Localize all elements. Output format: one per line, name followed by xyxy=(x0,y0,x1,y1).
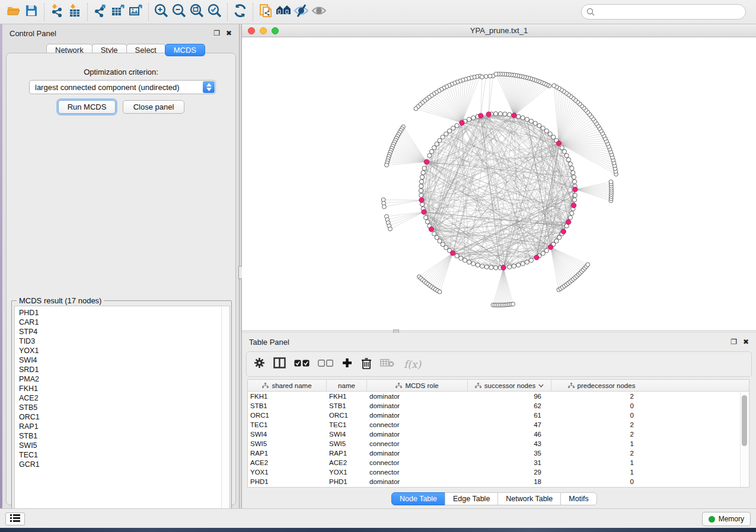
clone-network-button[interactable] xyxy=(257,3,275,21)
list-item[interactable]: PMA2 xyxy=(19,374,229,384)
delete-table-button-disabled xyxy=(380,358,394,370)
tab-motifs[interactable]: Motifs xyxy=(560,492,596,505)
list-item[interactable]: SRD1 xyxy=(19,365,229,374)
export-image-icon xyxy=(128,3,143,21)
list-item[interactable]: FKH1 xyxy=(19,384,229,393)
list-item[interactable]: STB1 xyxy=(19,431,229,441)
list-item[interactable]: TID3 xyxy=(19,336,229,346)
list-item[interactable]: PHD1 xyxy=(19,308,229,318)
network-view-window: YPA_prune.txt_1 xyxy=(242,24,756,330)
table-scrollbar[interactable] xyxy=(740,392,748,487)
table-row[interactable]: YOX1YOX1connector291 xyxy=(248,467,749,477)
float-panel-icon[interactable]: ❐ xyxy=(731,338,737,345)
tab-node-table[interactable]: Node Table xyxy=(391,492,445,505)
zoom-selected-button[interactable] xyxy=(206,3,224,21)
unselect-all-button[interactable] xyxy=(318,359,333,370)
list-item[interactable]: YOX1 xyxy=(19,346,229,355)
list-item[interactable]: ORC1 xyxy=(19,412,229,422)
refresh-button[interactable] xyxy=(231,3,249,21)
toolbar-separator xyxy=(44,3,44,21)
open-file-button[interactable] xyxy=(5,3,23,21)
table-panel: Table Panel ❐ ✖ f(x) shared name name MC… xyxy=(242,333,756,508)
list-scrollbar[interactable] xyxy=(221,307,229,518)
close-panel-icon[interactable]: ✖ xyxy=(226,30,232,37)
save-session-button[interactable] xyxy=(23,3,40,21)
mcds-tab-content: Optimization criterion: largest connecte… xyxy=(6,53,236,505)
tree-icon xyxy=(262,383,269,389)
table-toolbar: f(x) xyxy=(246,351,752,377)
optimization-criterion-select[interactable]: largest connected component (undirected) xyxy=(29,80,216,94)
hide-selected-button[interactable] xyxy=(292,3,310,21)
zoom-fit-button[interactable] xyxy=(188,3,206,21)
import-network-button[interactable] xyxy=(48,3,66,21)
list-item[interactable]: TEC1 xyxy=(19,450,229,460)
list-item[interactable]: RAP1 xyxy=(19,422,229,431)
list-item[interactable]: ACE2 xyxy=(19,393,229,403)
table-row[interactable]: ORC1ORC1dominator610 xyxy=(248,411,749,420)
list-item[interactable]: SWI4 xyxy=(19,355,229,365)
table-row[interactable]: FKH1FKH1dominator962 xyxy=(248,392,749,401)
export-table-button[interactable] xyxy=(109,3,127,21)
table-row[interactable]: ACE2ACE2connector311 xyxy=(248,458,749,467)
column-header-predecessor-nodes[interactable]: predecessor nodes xyxy=(551,380,652,391)
table-row[interactable]: PHD1PHD1dominator180 xyxy=(248,477,749,486)
tab-edge-table[interactable]: Edge Table xyxy=(445,492,498,505)
list-item[interactable]: STB5 xyxy=(19,403,229,412)
add-column-button[interactable] xyxy=(342,357,353,371)
list-item[interactable]: SWI5 xyxy=(19,441,229,450)
node-table: shared name name MCDS role successor nod… xyxy=(247,379,749,488)
plus-icon xyxy=(342,357,353,371)
tab-mcds[interactable]: MCDS xyxy=(165,44,205,56)
zoom-out-button[interactable] xyxy=(170,3,188,21)
column-header-name[interactable]: name xyxy=(327,380,367,391)
close-panel-button[interactable]: Close panel xyxy=(123,100,184,114)
memory-status-icon xyxy=(709,516,715,523)
eye-icon xyxy=(311,2,327,21)
list-item[interactable]: CAR1 xyxy=(19,318,229,327)
close-panel-icon[interactable]: ✖ xyxy=(743,338,749,345)
tab-network-table[interactable]: Network Table xyxy=(497,492,561,505)
first-neighbors-button[interactable] xyxy=(275,3,292,21)
network-canvas[interactable] xyxy=(242,37,756,329)
delete-column-button[interactable] xyxy=(361,357,372,371)
mcds-result-list[interactable]: PHD1 CAR1 STP4 TID3 YOX1 SWI4 SRD1 PMA2 … xyxy=(14,306,230,518)
scrollbar-thumb[interactable] xyxy=(742,395,747,446)
table-row[interactable]: STB1STB1dominator620 xyxy=(248,401,749,411)
show-all-button[interactable] xyxy=(310,3,328,21)
mcds-result-group: MCDS result (17 nodes) PHD1 CAR1 STP4 TI… xyxy=(11,300,232,521)
export-image-button[interactable] xyxy=(127,3,145,21)
network-window-titlebar[interactable]: YPA_prune.txt_1 xyxy=(242,24,756,37)
zoom-in-button[interactable] xyxy=(152,3,170,21)
column-header-shared-name[interactable]: shared name xyxy=(248,380,327,391)
list-item[interactable]: STP4 xyxy=(19,327,229,336)
search-input[interactable] xyxy=(581,4,746,20)
export-network-icon xyxy=(92,3,108,21)
desktop-wallpaper xyxy=(0,528,756,532)
table-row[interactable]: RAP1RAP1dominator352 xyxy=(248,448,749,458)
import-table-button[interactable] xyxy=(66,3,84,21)
run-mcds-button[interactable]: Run MCDS xyxy=(58,100,116,114)
list-item[interactable]: GCR1 xyxy=(19,460,229,469)
memory-button[interactable]: Memory xyxy=(702,512,751,526)
show-panels-button[interactable] xyxy=(5,512,25,525)
import-network-icon xyxy=(49,3,65,21)
column-header-mcds-role[interactable]: MCDS role xyxy=(367,380,468,391)
table-row[interactable]: SWI4SWI4dominator462 xyxy=(248,430,749,439)
folder-open-icon xyxy=(6,3,21,21)
table-panel-header: Table Panel ❐ ✖ xyxy=(242,333,756,351)
select-all-button[interactable] xyxy=(294,359,310,370)
search-field[interactable] xyxy=(581,4,746,20)
first-neighbors-icon xyxy=(275,2,292,21)
zoom-in-icon xyxy=(153,2,170,21)
table-header-row: shared name name MCDS role successor nod… xyxy=(248,380,749,392)
table-settings-button[interactable] xyxy=(254,357,265,371)
column-header-successor-nodes[interactable]: successor nodes xyxy=(468,380,551,391)
show-columns-button[interactable] xyxy=(273,357,286,371)
float-panel-icon[interactable]: ❐ xyxy=(213,30,220,37)
toolbar-separator xyxy=(227,3,228,21)
table-row[interactable]: SWI5SWI5connector431 xyxy=(248,439,749,448)
table-row[interactable]: TEC1TEC1connector472 xyxy=(248,420,749,430)
export-network-button[interactable] xyxy=(91,3,109,21)
zoom-out-icon xyxy=(171,2,187,21)
eye-slash-icon xyxy=(293,2,310,21)
